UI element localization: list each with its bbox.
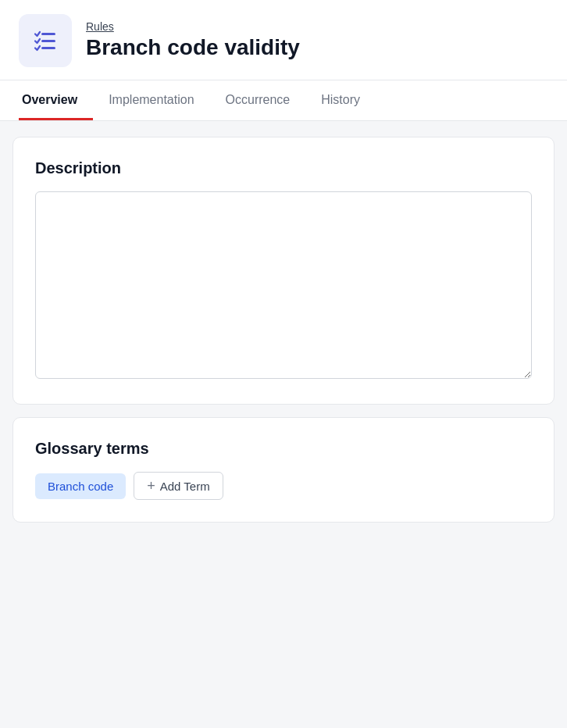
svg-rect-0 <box>41 33 55 35</box>
glossary-card-title: Glossary terms <box>35 440 532 458</box>
tab-occurrence[interactable]: Occurrence <box>210 80 306 120</box>
main-content: Description Glossary terms Branch code +… <box>0 121 567 538</box>
glossary-terms-list: Branch code + Add Term <box>35 472 532 500</box>
svg-rect-2 <box>41 47 55 49</box>
breadcrumb[interactable]: Rules <box>86 20 300 33</box>
glossary-card: Glossary terms Branch code + Add Term <box>12 417 555 523</box>
add-term-label: Add Term <box>160 480 210 493</box>
tabs-bar: Overview Implementation Occurrence Histo… <box>0 80 567 121</box>
add-term-button[interactable]: + Add Term <box>134 472 223 500</box>
tab-history[interactable]: History <box>305 80 376 120</box>
page-header: Rules Branch code validity <box>0 0 567 80</box>
description-textarea[interactable] <box>35 191 532 379</box>
svg-rect-1 <box>41 40 55 42</box>
header-text-group: Rules Branch code validity <box>86 20 300 61</box>
add-term-plus-icon: + <box>147 479 155 493</box>
tab-overview[interactable]: Overview <box>19 80 93 120</box>
rules-list-icon <box>30 26 60 55</box>
page-title: Branch code validity <box>86 34 300 61</box>
term-badge-branch-code[interactable]: Branch code <box>35 473 126 499</box>
description-card: Description <box>12 137 555 405</box>
tab-implementation[interactable]: Implementation <box>93 80 209 120</box>
app-icon <box>19 14 72 67</box>
description-card-title: Description <box>35 159 532 177</box>
